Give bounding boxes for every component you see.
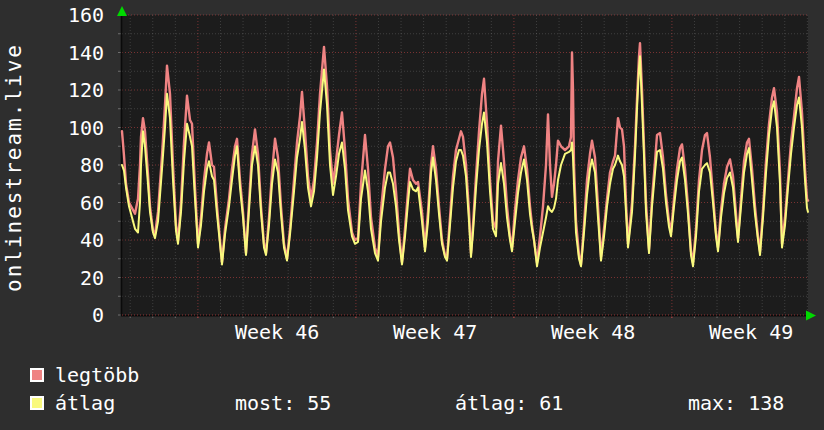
stat-atlag: átlag: 61: [455, 392, 563, 414]
legend-swatch-atlag: [30, 396, 44, 410]
y-axis-label: 80: [0, 153, 104, 177]
y-axis-label: 140: [0, 41, 104, 65]
x-axis-label: Week 47: [393, 320, 477, 344]
y-axis-label: 0: [0, 303, 104, 327]
y-axis-label: 120: [0, 78, 104, 102]
legend-label-atlag: átlag: [55, 392, 115, 414]
y-axis-label: 40: [0, 228, 104, 252]
legend-label-legtobb: legtöbb: [55, 364, 139, 386]
y-axis-label: 100: [0, 116, 104, 140]
x-axis-arrow-icon: [806, 311, 816, 321]
y-axis-label: 20: [0, 266, 104, 290]
legend-swatch-legtobb: [30, 368, 44, 382]
stat-max: max: 138: [688, 392, 784, 414]
y-axis-label: 60: [0, 191, 104, 215]
y-axis-label: 160: [0, 3, 104, 27]
y-axis-arrow-icon: [117, 6, 127, 16]
stat-most: most: 55: [235, 392, 331, 414]
rrd-graph: onlinestream.live 020406080100120140160 …: [0, 0, 824, 430]
x-axis-label: Week 46: [235, 320, 319, 344]
x-axis-label: Week 48: [551, 320, 635, 344]
x-axis-label: Week 49: [709, 320, 793, 344]
